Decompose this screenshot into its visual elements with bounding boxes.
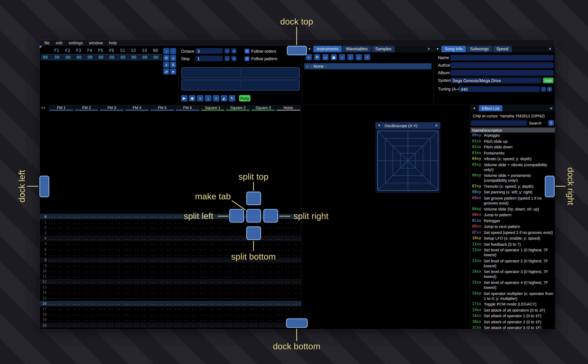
pattern-cell[interactable]: ... .. .. ... (225, 269, 250, 273)
pattern-row[interactable]: 18... .. .. ...... .. .. ...... .. .. ..… (40, 312, 301, 317)
effect-list-menu-icon[interactable]: ☰ (548, 120, 554, 126)
order-cell[interactable]: 00 (118, 55, 128, 60)
auto-system-button[interactable]: Auto (543, 78, 554, 83)
order-cell[interactable]: 00 (85, 55, 96, 60)
pattern-row[interactable]: 17... .. .. ...... .. .. ...... .. .. ..… (40, 306, 301, 312)
pattern-cell[interactable]: ... .. .. ... (276, 236, 301, 240)
effect-row[interactable]: 15xx Set level of operator 4 (0 highest,… (470, 280, 555, 290)
instrument-duplicate-button[interactable]: ⧉ (314, 54, 320, 60)
pattern-cell[interactable]: ... .. .. ... (99, 274, 124, 278)
order-cell[interactable]: 00 (128, 55, 139, 60)
order-add-button[interactable]: + (163, 48, 169, 54)
pattern-cell[interactable]: ... .. .. ... (99, 312, 124, 316)
pattern-cell[interactable]: ... .. .. ... (149, 215, 175, 218)
order-row[interactable]: 00 00000000000000000000 (41, 54, 162, 60)
pattern-cell[interactable]: ... .. .. ... (250, 296, 276, 300)
pattern-cell[interactable]: ... .. .. ... (124, 215, 149, 218)
order-channel-header[interactable]: F3 (73, 48, 84, 53)
pattern-cell[interactable]: ... .. .. ... (200, 318, 225, 322)
pattern-cell[interactable]: ... .. .. ... (48, 296, 74, 300)
order-view-mode-button[interactable]: ⇄ (163, 69, 169, 75)
pattern-cell[interactable]: ... .. .. ... (250, 291, 276, 294)
pattern-cell[interactable]: ... .. .. ... (175, 242, 200, 246)
pattern-cell[interactable]: ... .. .. ... (48, 253, 74, 256)
pattern-cell[interactable]: ... .. .. ... (250, 329, 276, 329)
pattern-cell[interactable]: ... .. .. ... (48, 226, 74, 229)
tab-wavetables[interactable]: Wavetables (343, 46, 371, 52)
pattern-cell[interactable]: ... .. .. ... (48, 242, 74, 246)
pattern-cell[interactable]: ... .. .. ... (124, 242, 149, 246)
pattern-cell[interactable]: ... .. .. ... (99, 258, 124, 262)
pattern-cell[interactable]: ... .. .. ... (250, 323, 276, 327)
pattern-cell[interactable]: ... .. .. ... (200, 312, 225, 316)
pattern-row[interactable]: 10... .. .. ...... .. .. ...... .. .. ..… (40, 268, 301, 274)
pattern-cell[interactable]: ... .. .. ... (276, 242, 301, 246)
pattern-cell[interactable]: ... .. .. ... (124, 264, 149, 267)
order-cell[interactable]: 00 (62, 55, 73, 60)
order-cell[interactable]: 00 (151, 55, 162, 60)
pattern-cell[interactable]: ... .. .. ... (175, 280, 200, 284)
pattern-cell[interactable]: ... .. .. ... (276, 329, 301, 329)
pattern-cell[interactable]: ... .. .. ... (124, 236, 149, 240)
octave-input[interactable]: 3 (195, 48, 223, 54)
pattern-cell[interactable]: ... .. .. ... (200, 285, 225, 289)
split-bottom-target[interactable] (246, 227, 261, 240)
order-edit-mode-button[interactable]: ➤ (170, 69, 176, 75)
pattern-row[interactable]: 1... .. .. ...... .. .. ...... .. .. ...… (40, 219, 301, 225)
pattern-cell[interactable]: ... .. .. ... (99, 236, 124, 240)
pattern-cell[interactable]: ... .. .. ... (250, 269, 276, 273)
instrument-add-button[interactable]: + (306, 54, 312, 60)
instrument-open-button[interactable]: ▱ (322, 54, 329, 60)
effect-row[interactable]: 00xy Arpeggio (470, 132, 555, 138)
pattern-row[interactable]: 6... .. .. ...... .. .. ...... .. .. ...… (40, 247, 301, 252)
pattern-cell[interactable]: ... .. .. ... (200, 264, 225, 267)
pattern-cell[interactable]: ... .. .. ... (48, 302, 74, 305)
instrument-folders-button[interactable]: ∴ (339, 54, 345, 60)
effect-row[interactable]: 05xy Volume slide + vibrato (compatibili… (470, 162, 555, 173)
collapse-icon[interactable]: ▼ (308, 47, 311, 51)
pattern-cell[interactable]: ... .. .. ... (48, 329, 74, 329)
dock-bottom-target[interactable] (286, 318, 308, 328)
pattern-cell[interactable]: ... .. .. ... (149, 247, 175, 251)
pattern-cell[interactable]: ... .. .. ... (48, 231, 74, 235)
pattern-cell[interactable]: ... .. .. ... (74, 242, 99, 246)
pattern-cell[interactable]: ... .. .. ... (48, 291, 74, 294)
pattern-cell[interactable]: ... .. .. ... (276, 307, 301, 311)
pattern-row[interactable]: 9... .. .. ...... .. .. ...... .. .. ...… (40, 263, 301, 268)
effect-row[interactable]: 17xx Toggle PCM mode (LEGACY) (470, 301, 555, 307)
pattern-cell[interactable]: ... .. .. ... (200, 329, 225, 329)
order-cell[interactable]: 00 (52, 55, 63, 60)
pattern-cell[interactable]: ... .. .. ... (250, 264, 276, 267)
make-tab-target[interactable] (246, 209, 261, 223)
pattern-cell[interactable]: ... .. .. ... (74, 226, 99, 229)
pattern-cell[interactable]: ... .. .. ... (124, 274, 149, 278)
dock-right-target[interactable] (545, 176, 555, 197)
pattern-cell[interactable]: ... .. .. ... (225, 312, 250, 316)
close-icon[interactable]: ✕ (427, 47, 430, 51)
collapse-icon[interactable]: ▼ (436, 47, 439, 51)
effect-row[interactable]: 14xx Set level of operator 3 (0 highest,… (470, 269, 555, 280)
pattern-cell[interactable]: ... .. .. ... (250, 285, 276, 289)
pattern-cell[interactable]: ... .. .. ... (74, 280, 99, 284)
effect-row[interactable]: 02xx Pitch slide down (470, 144, 555, 150)
pattern-cell[interactable]: ... .. .. ... (124, 280, 149, 284)
oscilloscope-window[interactable]: ▼ Oscilloscope (X-Y) ✕ (375, 122, 441, 193)
pattern-cell[interactable]: ... .. .. ... (225, 296, 250, 300)
pattern-cell[interactable]: ... .. .. ... (149, 220, 175, 224)
pattern-cell[interactable]: ... .. .. ... (250, 242, 276, 246)
tab-speed[interactable]: Speed (493, 46, 512, 52)
pattern-cell[interactable]: ... .. .. ... (200, 274, 225, 278)
channel-header[interactable]: FM 3 (99, 105, 124, 111)
pattern-cell[interactable]: ... .. .. ... (175, 302, 200, 305)
pattern-row[interactable]: 12... .. .. ...... .. .. ...... .. .. ..… (40, 279, 301, 285)
pattern-cell[interactable]: ... .. .. ... (48, 280, 74, 284)
channel-header[interactable]: Noise (276, 105, 301, 111)
effect-row[interactable]: 08xy Set panning (x: left; y: right) (470, 189, 555, 195)
order-channel-header[interactable]: F1 (51, 48, 62, 53)
effect-row[interactable]: 1Cxx Set attack of operator 3 (0 to 1F) (470, 325, 555, 329)
pattern-cell[interactable]: ... .. .. ... (175, 274, 200, 278)
effect-row[interactable]: 11xx Set feedback (0 to 7) (470, 241, 555, 247)
pattern-row[interactable]: 2... .. .. ...... .. .. ...... .. .. ...… (40, 225, 301, 230)
pattern-cell[interactable]: ... .. .. ... (124, 253, 149, 256)
pattern-cell[interactable]: ... .. .. ... (48, 258, 74, 262)
